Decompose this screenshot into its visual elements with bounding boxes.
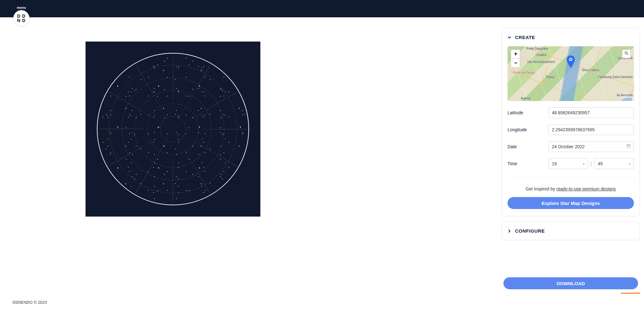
create-title: CREATE bbox=[515, 35, 535, 40]
time-separator: : bbox=[590, 161, 592, 167]
date-input[interactable] bbox=[548, 141, 634, 152]
svg-point-3 bbox=[570, 59, 572, 60]
chevron-down-icon: ▾ bbox=[629, 162, 630, 166]
hour-value: 19 bbox=[552, 161, 557, 166]
minute-select[interactable]: 45 ▾ bbox=[594, 158, 634, 169]
map-pin-icon[interactable] bbox=[567, 55, 575, 69]
latitude-row: Latitude bbox=[508, 107, 634, 118]
svg-line-1 bbox=[627, 54, 628, 55]
hour-select[interactable]: 19 ▾ bbox=[548, 158, 588, 169]
create-panel-header[interactable]: CREATE bbox=[502, 28, 640, 46]
chevron-down-icon: ▾ bbox=[583, 162, 585, 166]
time-row: Time 19 ▾ : 45 ▾ bbox=[508, 158, 634, 169]
main-area: CREATE + − bbox=[0, 17, 644, 294]
longitude-row: Longitude bbox=[508, 124, 634, 135]
minute-value: 45 bbox=[598, 161, 603, 166]
create-panel: CREATE + − bbox=[502, 28, 640, 216]
copyright-text: DIDIENDO © 2023 bbox=[13, 300, 47, 305]
premium-designs-link[interactable]: ready-to-use premium designs bbox=[556, 186, 616, 191]
map-labels: Porte Dauphine Chaillot 16e Arrondisseme… bbox=[508, 46, 634, 101]
configure-panel-header[interactable]: CONFIGURE bbox=[502, 222, 640, 240]
search-icon bbox=[624, 51, 629, 57]
location-map[interactable]: + − Porte Dauphine Chaillot 16e bbox=[508, 46, 634, 101]
menu-badge[interactable]: menu D D N D bbox=[13, 6, 30, 26]
map-search-button[interactable] bbox=[622, 49, 631, 58]
longitude-label: Longitude bbox=[508, 127, 545, 132]
latitude-label: Latitude bbox=[508, 110, 545, 115]
download-button[interactable]: DOWNLOAD bbox=[503, 277, 638, 289]
star-map-preview bbox=[86, 42, 260, 217]
time-label: Time bbox=[508, 161, 545, 166]
longitude-input[interactable] bbox=[548, 124, 634, 135]
chevron-down-icon bbox=[508, 36, 511, 39]
svg-rect-4 bbox=[627, 145, 630, 148]
menu-label: menu bbox=[17, 6, 26, 9]
configure-panel: CONFIGURE bbox=[502, 222, 640, 240]
map-zoom-in-button[interactable]: + bbox=[511, 50, 520, 59]
star-circle bbox=[97, 53, 249, 205]
map-zoom-controls: + − bbox=[511, 49, 520, 68]
latitude-input[interactable] bbox=[548, 107, 634, 118]
top-bar bbox=[0, 0, 644, 17]
calendar-icon[interactable] bbox=[626, 144, 631, 150]
inspire-text: Get inspired by ready-to-use premium des… bbox=[508, 178, 634, 191]
svg-point-0 bbox=[625, 52, 627, 54]
map-attribution-link[interactable]: Leaflet bbox=[621, 97, 633, 100]
configure-title: CONFIGURE bbox=[515, 228, 545, 234]
explore-designs-button[interactable]: Explore Star Map Designs bbox=[508, 197, 634, 209]
side-panel: CREATE + − bbox=[502, 28, 640, 240]
date-row: Date bbox=[508, 141, 634, 152]
chevron-right-icon bbox=[508, 229, 511, 233]
logo-icon[interactable]: D D N D bbox=[13, 10, 30, 26]
footer: DIDIENDO © 2023 bbox=[0, 294, 644, 311]
date-label: Date bbox=[508, 144, 545, 149]
map-zoom-out-button[interactable]: − bbox=[511, 59, 520, 67]
